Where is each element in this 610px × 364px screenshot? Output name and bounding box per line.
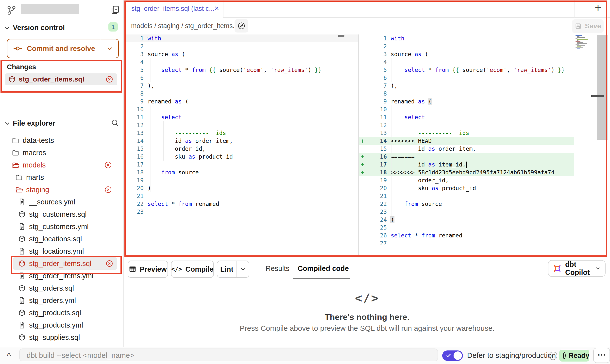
- toggle-knob: [454, 351, 462, 360]
- code-line[interactable]: 3source as (: [359, 50, 574, 58]
- doc-icon: [18, 297, 26, 304]
- code-line[interactable]: 26select * from renamed: [359, 232, 574, 239]
- pane-divider[interactable]: [358, 34, 359, 257]
- code-line[interactable]: 6: [124, 74, 358, 82]
- discard-change-icon[interactable]: [104, 161, 112, 169]
- code-line[interactable]: 22select * from renamed: [124, 200, 358, 208]
- chevron-down-icon[interactable]: [4, 25, 10, 31]
- file-row[interactable]: stg_locations.yml: [0, 245, 123, 257]
- code-line[interactable]: 13 ---------- ids: [124, 129, 358, 137]
- file-row[interactable]: __sources.yml: [0, 196, 123, 208]
- code-line[interactable]: 15 order_id,: [124, 145, 358, 153]
- save-button[interactable]: Save: [572, 19, 604, 33]
- tab-compiled-code[interactable]: Compiled code: [298, 265, 349, 273]
- code-line[interactable]: 14 id as order_item,: [124, 137, 358, 145]
- file-row[interactable]: models: [0, 159, 123, 171]
- code-line[interactable]: 2: [359, 42, 574, 50]
- code-line[interactable]: 21: [124, 192, 358, 200]
- chevron-down-icon[interactable]: [4, 120, 10, 127]
- code-line[interactable]: 19: [124, 176, 358, 184]
- changed-file-row[interactable]: stg_order_items.sql: [5, 73, 117, 85]
- copy-icon[interactable]: [110, 5, 120, 15]
- new-tab-button[interactable]: +: [595, 1, 601, 14]
- code-line[interactable]: 17: [124, 161, 358, 168]
- file-row[interactable]: stg_products.sql: [0, 307, 123, 319]
- code-line[interactable]: 24): [359, 216, 574, 224]
- code-line[interactable]: 1with: [359, 34, 574, 42]
- code-line[interactable]: 27: [359, 239, 574, 247]
- code-line[interactable]: 16 sku as product_id: [124, 153, 358, 161]
- file-row[interactable]: stg_orders.sql: [0, 282, 123, 294]
- code-pane-last-commit[interactable]: 1with23source as (45 select * from {{ so…: [124, 34, 358, 257]
- code-line[interactable]: 7),: [359, 82, 574, 90]
- code-line[interactable]: 2: [124, 42, 358, 50]
- code-line[interactable]: 9renamed as (: [124, 98, 358, 105]
- code-line[interactable]: 1with: [124, 34, 358, 42]
- file-row[interactable]: stg_order_items.yml: [0, 270, 123, 282]
- code-line[interactable]: 7),: [124, 82, 358, 90]
- sidebar: Version control 1 Commit and resolve Cha…: [0, 0, 124, 347]
- file-row[interactable]: staging: [0, 183, 123, 196]
- search-icon[interactable]: [111, 119, 119, 127]
- lint-button[interactable]: Lint: [217, 261, 249, 278]
- code-line[interactable]: 11 select: [124, 113, 358, 121]
- panel-divider: [124, 281, 610, 281]
- file-row[interactable]: stg_products.yml: [0, 319, 123, 331]
- lineage-button[interactable]: [235, 19, 248, 33]
- code-line[interactable]: 23: [124, 208, 358, 216]
- code-line[interactable]: 4: [124, 58, 358, 66]
- file-row[interactable]: stg_orders.yml: [0, 294, 123, 307]
- file-row[interactable]: stg_order_items.sql: [13, 257, 117, 270]
- collapse-panel-icon[interactable]: ^: [7, 351, 11, 360]
- code-line[interactable]: 3source as (: [124, 50, 358, 58]
- discard-change-icon[interactable]: [105, 75, 113, 83]
- left-pane-scrollbar[interactable]: [338, 35, 344, 37]
- lint-dropdown-button[interactable]: [237, 261, 249, 277]
- file-row[interactable]: marts: [0, 171, 123, 183]
- indent-guide: [163, 121, 164, 161]
- commit-dropdown-button[interactable]: [101, 39, 118, 58]
- defer-toggle[interactable]: [442, 350, 463, 361]
- code-line[interactable]: 8: [124, 90, 358, 98]
- help-icon[interactable]: ?: [549, 352, 557, 360]
- tab-results[interactable]: Results: [266, 265, 289, 273]
- code-line[interactable]: 18 from source: [124, 168, 358, 176]
- discard-change-icon[interactable]: [104, 186, 112, 194]
- code-line[interactable]: 12: [124, 121, 358, 129]
- minimap[interactable]: [576, 35, 592, 49]
- code-line[interactable]: 9renamed as (: [359, 98, 574, 105]
- line-number: 14: [369, 137, 387, 145]
- overflow-menu-button[interactable]: ⋯: [593, 348, 610, 363]
- file-row[interactable]: data-tests: [0, 134, 123, 147]
- code-line[interactable]: 25: [359, 224, 574, 232]
- commit-and-resolve-button[interactable]: Commit and resolve: [7, 39, 119, 58]
- line-number: 13: [124, 129, 144, 137]
- file-row[interactable]: macros: [0, 147, 123, 159]
- discard-change-icon[interactable]: [105, 260, 113, 267]
- dbt-copilot-button[interactable]: dbt Copilot: [548, 260, 606, 277]
- line-number: 21: [369, 192, 387, 200]
- preview-button[interactable]: Preview: [128, 261, 168, 278]
- file-row[interactable]: stg_customers.sql: [0, 208, 123, 220]
- editor-scrollbar[interactable]: [597, 35, 608, 140]
- line-number: 17: [369, 161, 387, 168]
- code-line[interactable]: 5 select * from {{ source('ecom', 'raw_i…: [124, 66, 358, 74]
- git-branch-icon[interactable]: [6, 5, 16, 15]
- compile-button[interactable]: </> Compile: [171, 261, 214, 278]
- code-pane-current[interactable]: 1with23source as (45 select * from {{ so…: [359, 34, 574, 257]
- dbt-command-input[interactable]: dbt build --select <model_name>: [19, 348, 438, 361]
- diff-added-marker: +: [359, 161, 369, 168]
- line-content: select: [144, 113, 182, 121]
- file-name: models: [23, 161, 46, 169]
- status-badge-ready[interactable]: Ready: [559, 350, 589, 362]
- close-tab-icon[interactable]: ×: [214, 0, 219, 16]
- code-line[interactable]: 10: [124, 105, 358, 113]
- code-line[interactable]: 8: [359, 90, 574, 98]
- tab-stg-order-items[interactable]: stg_order_items.sql (last c... ×: [124, 0, 223, 18]
- code-line[interactable]: 20): [124, 184, 358, 192]
- file-row[interactable]: stg_locations.sql: [0, 233, 123, 245]
- file-row[interactable]: stg_supplies.sql: [0, 331, 123, 344]
- line-number: 6: [124, 74, 144, 82]
- file-row[interactable]: stg_customers.yml: [0, 220, 123, 233]
- branch-name-redacted: [21, 4, 79, 14]
